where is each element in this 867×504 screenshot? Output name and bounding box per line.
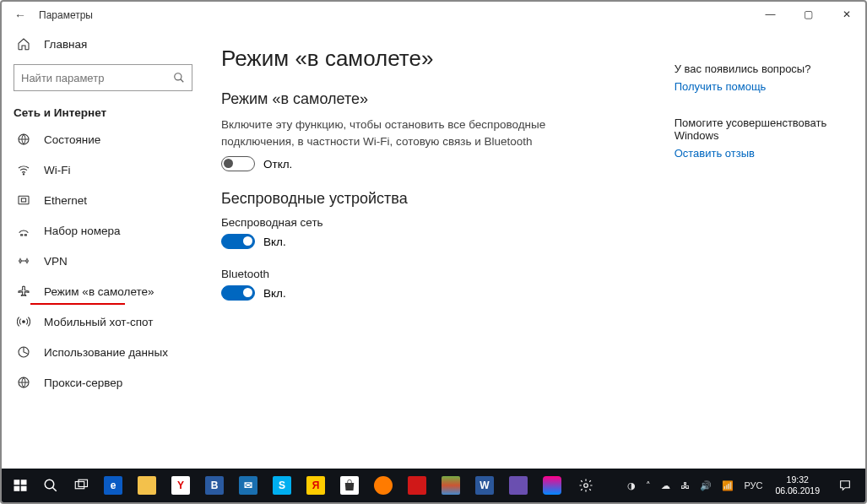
tray-wifi-icon[interactable]: 📶 xyxy=(719,480,736,491)
sidebar-item-ethernet[interactable]: Ethernet xyxy=(2,185,204,215)
tb-app-store[interactable] xyxy=(333,469,366,502)
sidebar-item-label: Мобильный хот-спот xyxy=(44,316,153,328)
svg-point-17 xyxy=(584,484,588,488)
sidebar-item-wifi[interactable]: Wi-Fi xyxy=(2,154,204,185)
windows-icon xyxy=(13,478,28,493)
search-icon xyxy=(173,72,185,84)
tb-app-misc2[interactable] xyxy=(535,469,569,502)
tb-app-misc1[interactable] xyxy=(501,469,535,502)
action-center-icon xyxy=(838,479,852,492)
tray-volume-icon[interactable]: 🔊 xyxy=(697,480,714,491)
help-link[interactable]: Получить помощь xyxy=(675,80,865,93)
svg-rect-13 xyxy=(21,486,27,491)
taskbar: e Y B ✉ S Я W ◑ ˄ ☁ 🖧 🔊 📶 РУС 19:32 06.0… xyxy=(2,469,865,502)
action-center-button[interactable] xyxy=(830,469,860,502)
dialup-icon xyxy=(17,224,30,237)
tb-app-yandex2[interactable]: Я xyxy=(299,469,333,502)
airplane-toggle[interactable] xyxy=(221,156,255,171)
right-column: У вас появились вопросы? Получить помощь… xyxy=(641,46,865,469)
sidebar-item-label: Прокси-сервер xyxy=(44,377,122,389)
svg-point-0 xyxy=(175,73,182,80)
tb-app-edge[interactable]: e xyxy=(96,469,130,502)
ethernet-icon xyxy=(17,193,30,207)
close-button[interactable]: ✕ xyxy=(827,2,865,27)
svg-point-7 xyxy=(23,321,25,323)
tray-time: 19:32 xyxy=(775,474,820,485)
svg-point-6 xyxy=(26,260,29,263)
tb-app-mail[interactable]: ✉ xyxy=(231,469,265,502)
svg-rect-16 xyxy=(79,480,88,486)
window-controls: ― ▢ ✕ xyxy=(751,2,865,27)
sidebar-item-dialup[interactable]: Набор номера xyxy=(2,215,204,246)
tb-app-explorer[interactable] xyxy=(130,469,164,502)
svg-rect-10 xyxy=(14,480,20,485)
search-input[interactable] xyxy=(21,72,173,84)
section-airplane-desc: Включите эту функцию, чтобы остановить в… xyxy=(221,117,576,149)
sidebar-item-label: Ethernet xyxy=(44,194,87,207)
sidebar-item-datausage[interactable]: Использование данных xyxy=(2,337,204,367)
bluetooth-label: Bluetooth xyxy=(221,268,641,280)
minimize-button[interactable]: ― xyxy=(751,2,789,27)
sidebar-section-head: Сеть и Интернет xyxy=(2,101,204,124)
tray-clock[interactable]: 19:32 06.06.2019 xyxy=(770,474,825,496)
taskview-icon xyxy=(73,478,89,493)
section-airplane-title: Режим «в самолете» xyxy=(221,90,641,108)
svg-point-14 xyxy=(45,480,54,489)
tb-app-word[interactable]: W xyxy=(468,469,501,502)
tray-language[interactable]: РУС xyxy=(741,480,765,490)
sidebar-item-label: Wi-Fi xyxy=(44,164,70,176)
feedback-link[interactable]: Оставить отзыв xyxy=(675,147,865,160)
section-wireless-title: Беспроводные устройства xyxy=(221,190,641,208)
tb-app-pdf[interactable] xyxy=(400,469,434,502)
sidebar-item-label: Режим «в самолете» xyxy=(44,285,154,298)
bluetooth-toggle[interactable] xyxy=(221,285,255,301)
sidebar-item-airplane[interactable]: Режим «в самолете» xyxy=(2,276,204,306)
sidebar-item-label: Набор номера xyxy=(44,225,121,237)
sidebar-item-vpn[interactable]: VPN xyxy=(2,246,204,276)
svg-rect-4 xyxy=(21,198,25,202)
taskview-button[interactable] xyxy=(66,469,96,502)
wifi-icon xyxy=(17,163,30,176)
tb-app-yandex[interactable]: Y xyxy=(164,469,198,502)
tray-onedrive-icon[interactable]: ☁ xyxy=(658,480,673,491)
tb-app-winrar[interactable] xyxy=(434,469,468,502)
sidebar: Главная Сеть и Интернет Состояние Wi-Fi … xyxy=(2,29,204,469)
tb-app-skype[interactable]: S xyxy=(265,469,299,502)
wireless-toggle[interactable] xyxy=(221,234,255,249)
sidebar-home[interactable]: Главная xyxy=(2,29,204,59)
proxy-icon xyxy=(17,376,30,389)
content: Режим «в самолете» Режим «в самолете» Вк… xyxy=(204,29,865,469)
sidebar-item-status[interactable]: Состояние xyxy=(2,124,204,154)
search-box[interactable] xyxy=(14,64,192,91)
svg-rect-12 xyxy=(14,486,20,491)
page-title: Режим «в самолете» xyxy=(221,46,641,72)
tray-network-icon[interactable]: 🖧 xyxy=(678,480,692,490)
start-button[interactable] xyxy=(5,469,35,502)
sidebar-item-label: VPN xyxy=(44,255,68,268)
datausage-icon xyxy=(17,345,30,359)
airplane-toggle-state: Откл. xyxy=(263,158,292,171)
vpn-icon xyxy=(17,254,30,268)
tray-app-icon[interactable]: ◑ xyxy=(625,480,638,491)
tray-date: 06.06.2019 xyxy=(775,485,820,496)
tb-app-firefox[interactable] xyxy=(366,469,400,502)
search-icon xyxy=(43,478,58,493)
tb-app-vk[interactable]: B xyxy=(198,469,231,502)
back-button[interactable]: ← xyxy=(8,8,32,22)
tray-chevron-icon[interactable]: ˄ xyxy=(643,480,653,491)
sidebar-home-label: Главная xyxy=(44,38,87,51)
active-underline xyxy=(30,303,125,305)
wireless-label: Беспроводная сеть xyxy=(221,216,641,229)
svg-point-2 xyxy=(23,174,24,175)
svg-rect-11 xyxy=(21,480,27,485)
sidebar-item-proxy[interactable]: Прокси-сервер xyxy=(2,367,204,398)
maximize-button[interactable]: ▢ xyxy=(789,2,827,27)
wireless-toggle-state: Вкл. xyxy=(263,236,286,248)
sidebar-item-hotspot[interactable]: Мобильный хот-спот xyxy=(2,306,204,337)
help-head: У вас появились вопросы? xyxy=(675,62,865,75)
search-taskbar[interactable] xyxy=(35,469,66,502)
tb-app-settings[interactable] xyxy=(569,469,603,502)
titlebar: ← Параметры xyxy=(2,2,865,29)
svg-point-5 xyxy=(19,260,22,263)
gear-icon xyxy=(578,478,593,493)
